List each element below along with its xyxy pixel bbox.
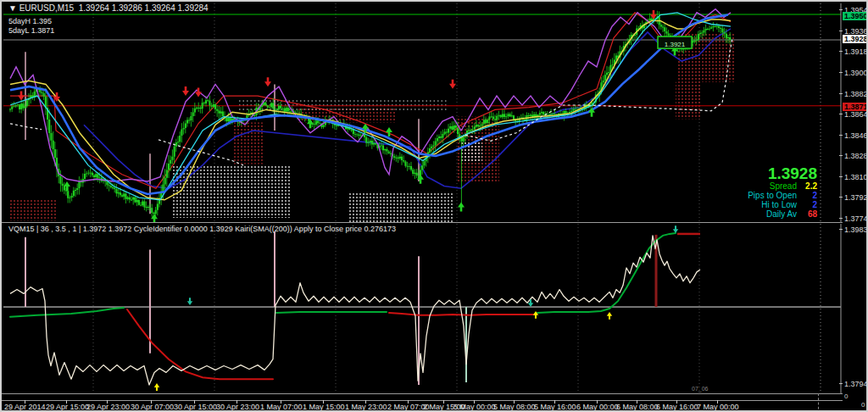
price-axis-label: 1.37925 xyxy=(844,193,868,202)
buy-arrow-icon xyxy=(386,127,392,136)
indicator-chart-canvas[interactable]: 07_06 xyxy=(3,224,843,393)
legend-5day-high: 5dayH 1.395 xyxy=(8,17,54,26)
teal-down-arrow-icon xyxy=(673,225,678,233)
price-axis-tick xyxy=(839,93,843,94)
time-axis-label[interactable]: 30 Apr 15:00 xyxy=(174,403,217,411)
price-axis-tick xyxy=(839,114,843,114)
time-axis-tick xyxy=(25,400,25,404)
purple-zigzag-line xyxy=(10,9,731,181)
time-axis-label[interactable]: 6 May 00:00 xyxy=(576,403,619,411)
current-price-readout: 1.3928 xyxy=(748,166,817,181)
time-axis-tick xyxy=(637,400,637,404)
symbol-period-label: EURUSD,M15 xyxy=(19,3,74,13)
price-axis-tick xyxy=(839,31,843,31)
info-label: Spread xyxy=(770,181,797,191)
time-axis-tick xyxy=(66,400,67,404)
time-axis-label[interactable]: 29 Apr 2014 xyxy=(4,403,46,411)
time-axis-label[interactable]: 1 May 23:00 xyxy=(345,403,387,411)
info-value: 2 xyxy=(797,200,817,209)
info-row-hi-to-low: Hi to Low2 xyxy=(748,200,817,209)
time-axis-tick xyxy=(554,400,555,404)
yellow-up-arrow-icon xyxy=(154,383,159,391)
time-axis-label[interactable]: 5 May 00:00 xyxy=(453,403,496,411)
time-axis-label[interactable]: 5 May 16:00 xyxy=(534,403,576,411)
price-axis-label: 1.38105 xyxy=(844,173,868,181)
time-axis-label[interactable]: 7 May 00:00 xyxy=(697,403,739,411)
subwindow-header: VQM15 | 36 , 3.5 , 1 | 1.3972 1.3972 Cyc… xyxy=(8,225,396,233)
upper-chart-canvas[interactable]: 1.3921 xyxy=(3,3,843,222)
smooth-signal-line xyxy=(10,308,124,317)
sell-arrow-icon xyxy=(195,87,202,97)
time-axis-tick xyxy=(514,400,515,404)
indicator-axis-label: 1.3794 xyxy=(844,380,868,388)
symbol-dropdown-icon[interactable]: ▼ xyxy=(8,3,17,13)
time-axis-tick xyxy=(107,400,108,404)
panel-separator-1[interactable] xyxy=(2,222,843,223)
price-label-text: 1.3921 xyxy=(665,41,686,48)
buy-arrow-icon xyxy=(458,203,465,212)
time-axis-tick xyxy=(281,400,281,404)
time-axis-label[interactable]: 5 May 08:00 xyxy=(493,403,536,411)
time-axis-label[interactable]: 29 Apr 23:00 xyxy=(86,403,130,411)
price-badge: 1.39504 xyxy=(843,12,868,20)
price-axis-tick xyxy=(839,383,843,384)
blue-ma-line xyxy=(10,15,728,195)
kumo-dot-cloud xyxy=(298,109,395,122)
indicator-axis-label: 1.3983 xyxy=(844,225,868,234)
time-axis-tick xyxy=(323,400,324,404)
info-label: Pips to Open xyxy=(748,191,797,200)
time-axis-label[interactable]: 6 May 08:00 xyxy=(616,403,659,411)
info-label: Daily Av xyxy=(766,209,797,219)
info-row-daily-av: Daily Av68 xyxy=(748,209,817,219)
time-axis-tick xyxy=(474,400,475,404)
price-axis-label: 1.39005 xyxy=(844,69,868,77)
time-axis-tick xyxy=(194,400,195,404)
market-info-panel: 1.3928 Spread2.2Pips to Open2Hi to Low2D… xyxy=(748,166,817,219)
time-axis-tick xyxy=(443,400,444,404)
price-axis-label: 1.38465 xyxy=(844,131,868,140)
time-axis-label[interactable]: 30 Apr 07:00 xyxy=(131,403,174,411)
time-axis-label[interactable]: 1 May 07:00 xyxy=(260,403,303,411)
ohlc-values: 1.39264 1.39286 1.39264 1.39284 xyxy=(79,3,209,13)
price-axis-tick xyxy=(839,229,843,230)
price-axis-label: 1.38825 xyxy=(844,90,868,98)
mini-panel-scale-label: 0 xyxy=(844,393,848,400)
time-axis-tick xyxy=(676,400,677,404)
kumo-dot-cloud xyxy=(10,198,56,220)
sell-arrow-icon xyxy=(449,80,456,89)
info-row-pips-to-open: Pips to Open2 xyxy=(748,191,817,200)
white-dot-cloud xyxy=(459,142,482,164)
info-value: 2 xyxy=(797,191,817,200)
price-axis-tick xyxy=(839,197,843,198)
price-axis-tick xyxy=(839,135,843,136)
time-axis-label[interactable]: 30 Apr 23:00 xyxy=(216,403,259,411)
price-axis-tick xyxy=(839,9,843,10)
time-axis-end-label: 0 xyxy=(861,401,865,409)
time-axis-label[interactable]: 6 May 16:00 xyxy=(656,403,698,411)
price-axis-tick xyxy=(839,72,843,73)
price-badge: 1.38714 xyxy=(843,103,868,111)
mt4-chart-window: 1.3921 07_06 ▼ EURUSD,M15 1.39264 1.3928… xyxy=(0,0,868,412)
price-axis-label: 1.39185 xyxy=(844,47,868,56)
indicator-legend: 5dayH 1.395 5dayL 1.3871 xyxy=(8,17,54,36)
time-axis-tick xyxy=(717,400,718,404)
price-axis-tick xyxy=(839,218,843,219)
panel-separator-2[interactable] xyxy=(2,393,843,394)
time-axis-label[interactable]: 1 May 15:00 xyxy=(303,403,345,411)
price-axis-tick xyxy=(839,176,843,177)
vq-white-line xyxy=(10,236,700,385)
time-axis-tick xyxy=(236,400,237,404)
sell-arrow-icon xyxy=(182,86,189,96)
chart-title: ▼ EURUSD,M15 1.39264 1.39286 1.39264 1.3… xyxy=(8,3,209,13)
sell-arrow-icon xyxy=(264,77,271,86)
teal-down-arrow-icon xyxy=(187,298,192,305)
price-axis-label: 1.38645 xyxy=(844,110,868,119)
watermark-text: 07_06 xyxy=(692,386,709,393)
price-badge: 1.39284 xyxy=(843,35,868,43)
price-axis-label: 1.37745 xyxy=(844,214,868,223)
price-axis-label: 1.38285 xyxy=(844,152,868,160)
time-axis-tick xyxy=(408,400,409,404)
time-axis-tick xyxy=(597,400,598,404)
time-axis-label[interactable]: 29 Apr 15:00 xyxy=(46,403,89,411)
info-value: 2.2 xyxy=(797,181,817,191)
